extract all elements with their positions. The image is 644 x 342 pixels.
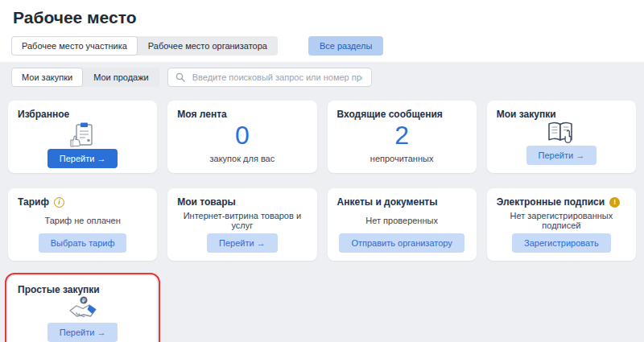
choose-tariff-button[interactable]: Выбрать тариф — [39, 233, 127, 253]
search-box[interactable] — [167, 68, 372, 87]
favorites-go-button[interactable]: Перейти → — [47, 149, 118, 168]
card-title: Избранное — [18, 109, 69, 120]
filter-tabs: Мои закупки Мои продажи — [11, 68, 159, 87]
card-my-feed: Моя лента 0 закупок для вас — [167, 101, 316, 173]
workspace-tabs-row: Рабочее место участника Рабочее место ор… — [11, 36, 633, 62]
my-goods-text: Интернет-витрина товаров и услуг — [177, 211, 307, 230]
filter-row: Мои закупки Мои продажи — [11, 68, 636, 87]
tab-my-purchases-filter[interactable]: Мои закупки — [11, 68, 83, 87]
card-simple-purchases: Простые закупки ₽ Перейти → — [8, 276, 157, 342]
card-title: Электронные подписи — [497, 197, 605, 208]
simple-purchases-go-button[interactable]: Перейти → — [47, 323, 118, 342]
card-title: Тариф — [18, 197, 49, 208]
card-title: Мои товары — [177, 197, 236, 208]
unread-caption: непрочитанных — [370, 154, 434, 163]
info-icon: i — [54, 197, 64, 208]
feed-caption: закупок для вас — [210, 154, 275, 163]
my-purchases-go-button[interactable]: Перейти → — [526, 146, 597, 165]
clipboard-favorites-icon — [68, 120, 97, 149]
card-tariff: Тариф i Тариф не оплачен Выбрать тариф — [8, 188, 157, 261]
card-title: Анкеты и документы — [337, 197, 438, 208]
send-to-organizer-button[interactable]: Отправить организатору — [339, 233, 464, 253]
search-icon — [175, 72, 185, 82]
feed-count[interactable]: 0 — [235, 122, 250, 148]
card-title: Простые закупки — [18, 285, 100, 295]
card-favorites: Избранное Перейти → — [8, 101, 157, 173]
tab-workspace-participant[interactable]: Рабочее место участника — [11, 36, 138, 56]
card-signatures: Электронные подписи ! Нет зарегистрирова… — [487, 188, 636, 261]
signatures-status-text: Нет зарегистрированных подписей — [497, 211, 626, 230]
workspace-tabs: Рабочее место участника Рабочее место ор… — [11, 36, 278, 56]
tab-my-sales-filter[interactable]: Мои продажи — [83, 68, 159, 87]
warning-icon: ! — [609, 197, 620, 208]
card-title: Мои закупки — [497, 109, 556, 120]
card-incoming-messages: Входящие сообщения 2 непрочитанных — [328, 101, 477, 173]
card-my-purchases: Мои закупки Перейти → — [487, 101, 636, 173]
page-header: Рабочее место Рабочее место участника Ра… — [0, 0, 644, 62]
card-questionnaires: Анкеты и документы Нет проверенных Отпра… — [328, 188, 477, 261]
search-input[interactable] — [191, 72, 364, 83]
page-title: Рабочее место — [13, 8, 633, 27]
open-book-icon — [545, 120, 577, 146]
questionnaires-status-text: Нет проверенных — [365, 216, 438, 225]
tariff-status-text: Тариф не оплачен — [44, 216, 120, 225]
svg-text:₽: ₽ — [81, 298, 85, 303]
all-sections-button[interactable]: Все разделы — [308, 36, 383, 56]
my-goods-go-button[interactable]: Перейти → — [207, 233, 278, 253]
card-title: Входящие сообщения — [337, 109, 443, 120]
tab-workspace-organizer[interactable]: Рабочее место организатора — [138, 36, 278, 56]
handshake-icon: ₽ — [66, 295, 100, 323]
card-my-goods: Мои товары Интернет-витрина товаров и ус… — [167, 188, 316, 261]
main-content: Мои закупки Мои продажи Избранное — [0, 62, 644, 342]
cards-grid: Избранное Перейти → — [8, 101, 636, 342]
register-signature-button[interactable]: Зарегистрировать — [512, 233, 611, 253]
card-title: Моя лента — [177, 109, 226, 120]
unread-count[interactable]: 2 — [394, 122, 409, 148]
